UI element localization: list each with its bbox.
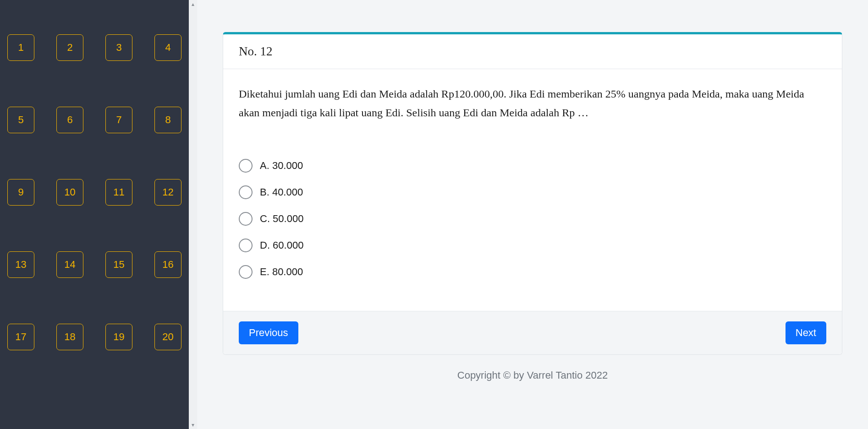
question-nav-7[interactable]: 7 <box>105 107 132 133</box>
page-footer: Copyright © by Varrel Tantio 2022 <box>223 355 842 391</box>
question-nav-3[interactable]: 3 <box>105 34 132 61</box>
next-button[interactable]: Next <box>786 321 826 344</box>
question-number: No. 12 <box>223 34 842 69</box>
option-d[interactable]: D. 60.000 <box>239 239 826 252</box>
question-nav-18[interactable]: 18 <box>56 324 83 350</box>
option-label: C. 50.000 <box>260 213 303 225</box>
scroll-up-icon[interactable]: ▴ <box>192 1 194 7</box>
question-nav-11[interactable]: 11 <box>105 179 132 206</box>
question-nav-grid: 1 2 3 4 5 6 7 8 9 10 11 12 13 14 15 16 1… <box>7 34 181 350</box>
question-nav-1[interactable]: 1 <box>7 34 34 61</box>
radio-icon[interactable] <box>239 265 253 279</box>
answer-options: A. 30.000 B. 40.000 C. 50.000 D. 60.000 <box>239 159 826 279</box>
main-content: No. 12 Diketahui jumlah uang Edi dan Mei… <box>189 0 868 429</box>
question-nav-20[interactable]: 20 <box>154 324 181 350</box>
sidebar-scrollbar[interactable]: ▴ ▾ <box>189 0 197 429</box>
question-nav-13[interactable]: 13 <box>7 251 34 278</box>
question-nav-5[interactable]: 5 <box>7 107 34 133</box>
question-nav-19[interactable]: 19 <box>105 324 132 350</box>
card-footer: Previous Next <box>223 311 842 354</box>
scroll-down-icon[interactable]: ▾ <box>192 422 194 428</box>
question-nav-12[interactable]: 12 <box>154 179 181 206</box>
question-nav-4[interactable]: 4 <box>154 34 181 61</box>
question-nav-9[interactable]: 9 <box>7 179 34 206</box>
question-nav-10[interactable]: 10 <box>56 179 83 206</box>
option-label: A. 30.000 <box>260 160 303 172</box>
question-text: Diketahui jumlah uang Edi dan Meida adal… <box>239 85 826 122</box>
option-a[interactable]: A. 30.000 <box>239 159 826 173</box>
question-nav-2[interactable]: 2 <box>56 34 83 61</box>
question-nav-6[interactable]: 6 <box>56 107 83 133</box>
question-navigator-sidebar: 1 2 3 4 5 6 7 8 9 10 11 12 13 14 15 16 1… <box>0 0 189 429</box>
radio-icon[interactable] <box>239 239 253 252</box>
option-label: D. 60.000 <box>260 239 303 251</box>
question-nav-17[interactable]: 17 <box>7 324 34 350</box>
option-label: B. 40.000 <box>260 186 303 198</box>
option-e[interactable]: E. 80.000 <box>239 265 826 279</box>
previous-button[interactable]: Previous <box>239 321 298 344</box>
option-b[interactable]: B. 40.000 <box>239 185 826 199</box>
option-label: E. 80.000 <box>260 266 303 278</box>
radio-icon[interactable] <box>239 159 253 173</box>
radio-icon[interactable] <box>239 185 253 199</box>
question-nav-16[interactable]: 16 <box>154 251 181 278</box>
question-nav-15[interactable]: 15 <box>105 251 132 278</box>
question-nav-14[interactable]: 14 <box>56 251 83 278</box>
question-card: No. 12 Diketahui jumlah uang Edi dan Mei… <box>223 32 842 355</box>
radio-icon[interactable] <box>239 212 253 226</box>
question-nav-8[interactable]: 8 <box>154 107 181 133</box>
option-c[interactable]: C. 50.000 <box>239 212 826 226</box>
